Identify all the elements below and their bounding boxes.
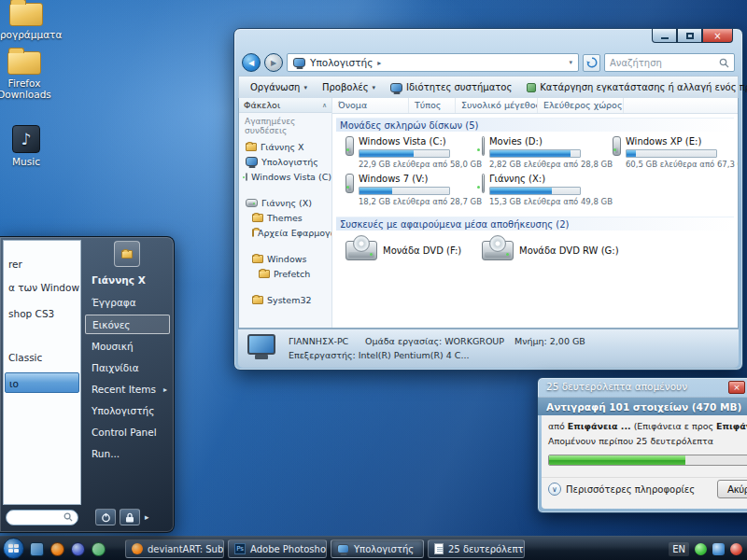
maximize-button[interactable] [677, 29, 702, 43]
drive-item[interactable]: Movies (D:) 2,82 GB ελεύθερα από 28,8 GB [482, 134, 613, 172]
address-dropdown-icon[interactable]: ▾ [569, 59, 572, 66]
dvd-drive-item[interactable]: Μονάδα DVD (F:) [345, 235, 482, 265]
breadcrumb[interactable]: Υπολογιστής [310, 57, 373, 68]
desktop-icon-music[interactable]: ♪ Music [0, 125, 60, 167]
start-menu-documents[interactable]: Έγγραφα [85, 293, 170, 313]
tray-icon-status[interactable] [695, 543, 707, 555]
tree-item[interactable]: Windows Vista (C) [239, 170, 331, 183]
messenger-icon[interactable] [92, 542, 106, 556]
title-bar[interactable]: × [234, 29, 742, 49]
start-menu-item[interactable]: α των Windows [5, 277, 79, 298]
start-menu-left-column: rer α των Windows shop CS3 Classic ιο [3, 240, 81, 505]
drive-item[interactable]: Γιάννης (X:) 15,3 GB ελεύθερα από 49,8 G… [482, 172, 613, 209]
start-button[interactable] [3, 538, 24, 559]
cpu-text: Επεξεργαστής: Intel(R) Pentium(R) 4 C... [289, 350, 470, 360]
refresh-button[interactable] [583, 54, 600, 72]
forward-button[interactable]: ▶ [264, 53, 283, 72]
folders-band[interactable]: Φάκελοι ∧ [239, 98, 331, 113]
cancel-button[interactable]: Ακύρωση [717, 480, 747, 498]
lock-button[interactable] [120, 509, 140, 525]
more-information-label[interactable]: Περισσότερες πληροφορίες [566, 484, 695, 495]
folder-icon [252, 296, 263, 304]
browser-icon[interactable] [50, 542, 64, 556]
system-properties-button[interactable]: Ιδιότητες συστήματος [384, 78, 518, 97]
close-button[interactable]: × [728, 381, 745, 394]
uninstall-program-button[interactable]: Κατάργηση εγκατάστασης ή αλλαγή ενός προ… [520, 78, 747, 97]
submenu-arrow-icon: ▸ [163, 380, 167, 399]
status-bar: ΓΙΑΝΝΗΣΧ-PC Ομάδα εργασίας: WORKGROUP Μν… [238, 329, 739, 368]
uninstall-label: Κατάργηση εγκατάστασης ή αλλαγή ενός προ… [540, 82, 747, 92]
show-desktop-icon[interactable] [30, 542, 44, 556]
desktop-icon-programs[interactable]: Προγράμματα [0, 3, 60, 40]
command-bar: Οργάνωση ▾ Προβολές ▾ Ιδιότητες συστήματ… [238, 76, 739, 98]
start-menu-user[interactable]: Γιάννης X [85, 271, 170, 290]
close-button[interactable]: × [702, 29, 733, 43]
hdd-icon [613, 136, 621, 156]
tray-icon-security[interactable] [712, 543, 725, 555]
shutdown-options-arrow-icon[interactable]: ▸ [145, 512, 149, 522]
drive-item[interactable]: Windows Vista (C:) 22,9 GB ελεύθερα από … [345, 134, 482, 172]
start-menu-run[interactable]: Run... [85, 444, 170, 464]
column-header-type[interactable]: Τύπος [409, 98, 456, 113]
media-player-icon[interactable] [71, 542, 85, 556]
computer-icon [247, 334, 275, 355]
tree-item[interactable]: Themes [239, 211, 331, 224]
taskbar-button-copy-dialog[interactable]: 25 δευτερόλεπτα α... [428, 539, 525, 558]
tray-icon-alert[interactable] [730, 543, 742, 555]
start-menu-item[interactable]: rer [5, 254, 79, 274]
views-menu[interactable]: Προβολές ▾ [316, 78, 382, 97]
group-header-hard-drives[interactable]: Μονάδες σκληρών δίσκων (5) [336, 118, 734, 132]
start-menu-music[interactable]: Μουσική [85, 337, 170, 357]
power-button[interactable] [95, 509, 116, 525]
start-menu-item[interactable]: shop CS3 [5, 303, 79, 324]
language-indicator[interactable]: EN [669, 542, 689, 556]
tree-item[interactable]: Windows [239, 252, 331, 265]
start-search-input[interactable] [11, 512, 63, 522]
capacity-bar [489, 187, 581, 195]
back-button[interactable]: ◀ [242, 53, 261, 72]
close-icon: × [733, 383, 740, 392]
expand-details-button[interactable]: ∨ [548, 483, 561, 496]
start-menu-item-selected[interactable]: ιο [5, 372, 79, 393]
column-header-free-space[interactable]: Ελεύθερος χώρος [538, 98, 624, 113]
start-menu-item[interactable]: Classic [5, 347, 79, 368]
copy-header: Αντιγραφή 101 στοιχείων (470 MB) [538, 397, 747, 415]
address-bar[interactable]: Υπολογιστής ▸ ▾ [287, 53, 579, 72]
search-input[interactable] [610, 58, 719, 68]
tree-item[interactable]: Γιάννης (X) [239, 196, 331, 209]
start-menu-computer[interactable]: Υπολογιστής [85, 401, 170, 421]
taskbar-button-photoshop[interactable]: Ps Adobe Photoshop C... [228, 539, 327, 558]
dvd-rw-drive-item[interactable]: Μονάδα DVD RW (G:) [482, 235, 631, 265]
desktop-icon-firefox-downloads[interactable]: Firefox Downloads [0, 51, 58, 100]
taskbar-button-deviantart[interactable]: deviantART: Submis... [125, 539, 224, 558]
organize-menu[interactable]: Οργάνωση ▾ [244, 78, 314, 97]
drive-item[interactable]: Windows XP (E:) 60,5 GB ελεύθερα από 67,… [613, 134, 738, 172]
search-box[interactable] [604, 53, 735, 72]
column-header-name[interactable]: Όνομα [332, 98, 409, 113]
drive-item[interactable]: Windows 7 (V:) 18,2 GB ελεύθερα από 28,7… [345, 172, 482, 209]
start-menu-games[interactable]: Παιχνίδια [85, 358, 170, 378]
taskbar-button-computer[interactable]: Υπολογιστής [331, 539, 424, 558]
group-header-removable-media[interactable]: Συσκευές με αφαιρούμενα μέσα αποθήκευσης… [336, 217, 734, 231]
photoshop-icon: Ps [234, 543, 246, 554]
folder-icon [7, 51, 41, 75]
tree-item[interactable]: Γιάννης X [239, 140, 331, 153]
user-avatar[interactable] [114, 241, 140, 267]
maximize-icon [686, 33, 694, 39]
start-menu-pictures[interactable]: Εικόνες [85, 315, 170, 334]
minimize-button[interactable] [652, 29, 677, 43]
folder-icon [252, 229, 254, 237]
start-menu-recent-items[interactable]: ▸ Recent Items [85, 380, 170, 399]
dialog-title-bar[interactable]: 25 δευτερόλεπτα απομένουν × [538, 378, 747, 397]
tree-item[interactable]: Υπολογιστής [239, 155, 331, 168]
start-search-box[interactable] [6, 510, 78, 525]
breadcrumb-arrow-icon[interactable]: ▸ [377, 59, 381, 67]
start-menu-control-panel[interactable]: Control Panel [85, 423, 170, 442]
column-header-total-size[interactable]: Συνολικό μέγεθος [456, 98, 538, 113]
computer-icon [390, 83, 402, 92]
workgroup-text: Ομάδα εργασίας: WORKGROUP [365, 336, 504, 346]
tree-item[interactable]: Prefetch [239, 267, 331, 280]
desktop-icon-label: Προγράμματα [0, 29, 60, 40]
tree-item[interactable]: System32 [239, 293, 331, 306]
tree-item[interactable]: Αρχεία Εφαρμογών [239, 226, 331, 239]
